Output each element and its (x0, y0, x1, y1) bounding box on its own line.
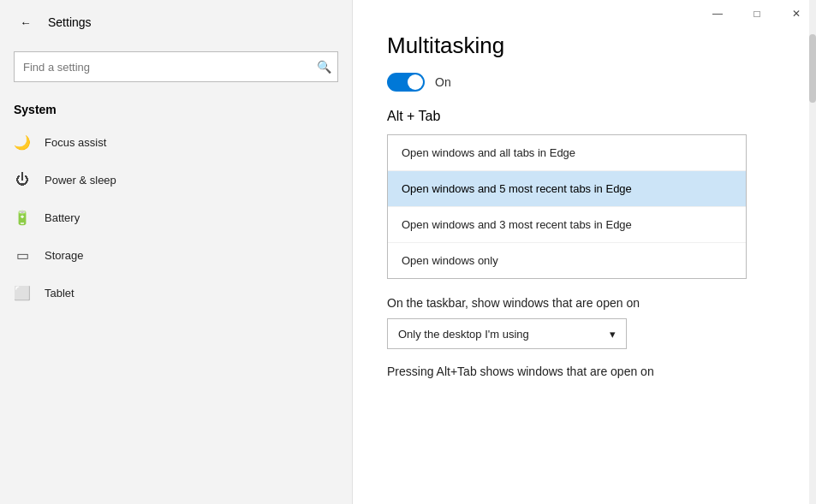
toggle-switch[interactable] (387, 73, 425, 92)
maximize-button[interactable]: □ (737, 0, 777, 27)
sidebar-header: ← Settings (0, 0, 352, 44)
toggle-label: On (435, 75, 451, 89)
sidebar-item-label: Battery (45, 211, 80, 224)
toggle-row: On (387, 73, 782, 92)
alt-tab-dropdown-open[interactable]: Open windows and all tabs in Edge Open w… (387, 134, 747, 279)
battery-icon: 🔋 (14, 209, 31, 226)
page-title: Multitasking (387, 33, 782, 59)
search-box: 🔍 (14, 51, 338, 82)
taskbar-dropdown-value: Only the desktop I'm using (398, 328, 529, 341)
dropdown-option-5-tabs[interactable]: Open windows and 5 most recent tabs in E… (388, 171, 746, 207)
search-icon: 🔍 (317, 60, 331, 74)
sidebar-item-focus-assist[interactable]: 🌙 Focus assist (0, 123, 352, 161)
back-button[interactable]: ← (14, 10, 38, 34)
dropdown-option-3-tabs[interactable]: Open windows and 3 most recent tabs in E… (388, 207, 746, 243)
sidebar-title: Settings (48, 15, 92, 29)
toggle-thumb (408, 74, 423, 90)
window-controls: — □ ✕ (698, 0, 816, 27)
storage-icon: ▭ (14, 246, 31, 264)
sidebar-item-tablet[interactable]: ⬜ Tablet (0, 274, 352, 311)
back-icon: ← (20, 16, 31, 29)
sidebar-item-label: Storage (45, 249, 84, 262)
sidebar-item-label: Tablet (45, 287, 74, 299)
power-sleep-icon: ⏻ (14, 171, 31, 188)
focus-assist-icon: 🌙 (14, 133, 31, 151)
chevron-down-icon: ▾ (610, 328, 616, 341)
main-content: — □ ✕ Multitasking On Alt + Tab Open win… (353, 0, 816, 504)
sidebar-item-label: Focus assist (45, 136, 106, 149)
minimize-button[interactable]: — (698, 0, 737, 27)
scrollbar[interactable] (809, 0, 816, 504)
nav-items: 🌙 Focus assist ⏻ Power & sleep 🔋 Battery… (0, 123, 352, 311)
sidebar-item-battery[interactable]: 🔋 Battery (0, 199, 352, 236)
sidebar: ← Settings 🔍 System 🌙 Focus assist ⏻ Pow… (0, 0, 353, 504)
alt-tab-section-title: Alt + Tab (387, 109, 782, 124)
tablet-icon: ⬜ (14, 284, 31, 301)
sidebar-item-power-sleep[interactable]: ⏻ Power & sleep (0, 161, 352, 199)
sidebar-item-storage[interactable]: ▭ Storage (0, 236, 352, 274)
bottom-text: Pressing Alt+Tab shows windows that are … (387, 365, 782, 378)
taskbar-label: On the taskbar, show windows that are op… (387, 296, 782, 310)
system-label: System (0, 96, 352, 123)
dropdown-option-windows-only[interactable]: Open windows only (388, 243, 746, 278)
dropdown-option-all-tabs[interactable]: Open windows and all tabs in Edge (388, 135, 746, 171)
sidebar-item-label: Power & sleep (45, 174, 116, 187)
search-input[interactable] (14, 51, 338, 82)
scrollbar-thumb[interactable] (809, 34, 816, 103)
taskbar-dropdown[interactable]: Only the desktop I'm using ▾ (387, 318, 627, 349)
